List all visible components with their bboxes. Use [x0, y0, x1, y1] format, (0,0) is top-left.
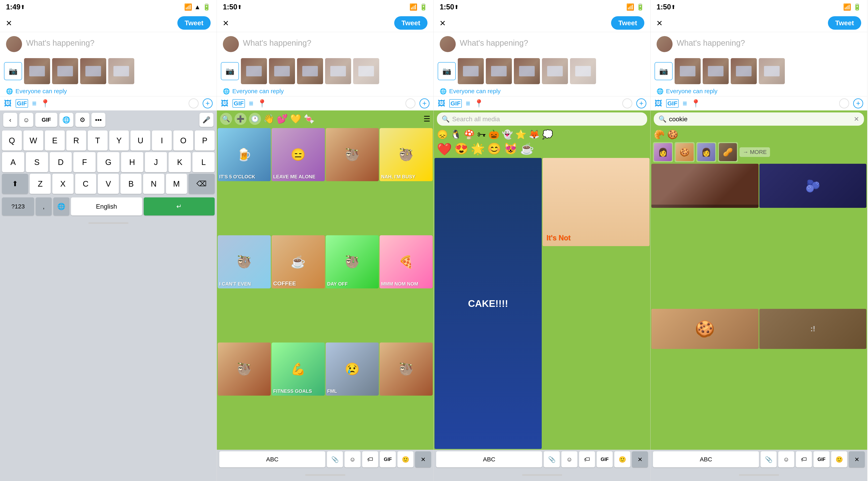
add-tweet-button-3[interactable]: + [636, 98, 646, 109]
cookie-emoji-1[interactable]: 🥐 [654, 129, 665, 140]
camera-button-1[interactable]: 📷 [4, 62, 22, 80]
gif-icon-3[interactable]: GIF [450, 99, 462, 108]
media-emoji-loveeyes[interactable]: 😻 [504, 142, 518, 156]
compose-placeholder-3[interactable]: What's happening? [460, 36, 528, 48]
emoji-kb-smiley-3[interactable]: ☺ [561, 451, 578, 468]
cookie-search-box[interactable]: 🔍 cookie ✕ [654, 113, 864, 126]
emoji-kb-sticker[interactable]: 🏷 [362, 451, 378, 468]
sticker-item-9[interactable]: 🦥 [218, 342, 271, 396]
emoji-kb-close-4[interactable]: ✕ [849, 451, 865, 468]
sticker-item-11[interactable]: 😢 FML [326, 342, 379, 396]
reply-setting-2[interactable]: 🌐 Everyone can reply [217, 86, 434, 96]
key-l[interactable]: L [192, 152, 215, 172]
tweet-button-1[interactable]: Tweet [177, 16, 211, 30]
key-c[interactable]: C [75, 174, 96, 194]
media-thumb-18[interactable] [759, 58, 785, 84]
sticker-search-icon[interactable]: 🔍 [220, 113, 232, 125]
media-emoji-bubble[interactable]: 💭 [542, 129, 553, 140]
emoji-kb-gif-btn[interactable]: GIF [380, 451, 396, 468]
media-thumb-8[interactable] [325, 58, 351, 84]
key-globe[interactable]: 🌐 [53, 198, 69, 215]
sticker-emoji-4[interactable]: 🍬 [304, 114, 315, 124]
cookie-sticker-4[interactable]: 🥜 [718, 142, 738, 162]
cookie-emoji-2[interactable]: 🍪 [667, 129, 678, 140]
media-thumb-2[interactable] [52, 58, 78, 84]
media-search-box[interactable]: 🔍 Search all media [437, 113, 647, 126]
key-r[interactable]: R [66, 130, 86, 151]
cookie-sticker-2[interactable]: 🍪 [675, 142, 695, 162]
emoji-kb-gif-btn-3[interactable]: GIF [597, 451, 613, 468]
key-v[interactable]: V [98, 174, 119, 194]
add-tweet-button-1[interactable]: + [203, 98, 213, 109]
sticker-history-icon[interactable]: 🕐 [249, 113, 261, 125]
compose-placeholder-2[interactable]: What's happening? [243, 36, 311, 48]
media-thumb-17[interactable] [731, 58, 757, 84]
key-comma[interactable]: , [36, 198, 52, 215]
key-123[interactable]: ?123 [2, 198, 34, 215]
key-shift[interactable]: ⬆ [2, 174, 28, 194]
key-q[interactable]: Q [2, 130, 22, 151]
emoji-kb-smiley-4[interactable]: ☺ [778, 451, 794, 468]
cookie-sticker-3[interactable]: 👩 [696, 142, 716, 162]
gif-icon-2[interactable]: GIF [232, 99, 245, 108]
sticker-item-3[interactable]: 🦥 [326, 128, 379, 181]
cookie-photo-2[interactable]: 🫐 [760, 164, 867, 208]
sticker-emoji-3[interactable]: 💛 [290, 114, 301, 124]
kb-emoji-key[interactable]: ☺ [19, 113, 33, 127]
camera-button-3[interactable]: 📷 [438, 62, 456, 80]
compose-placeholder-4[interactable]: What's happening? [677, 36, 745, 48]
reply-setting-3[interactable]: 🌐 Everyone can reply [434, 86, 650, 96]
key-y[interactable]: Y [109, 130, 129, 151]
sticker-item-5[interactable]: 🦥 I CAN'T EVEN [218, 235, 271, 289]
sticker-item-10[interactable]: 💪 FITNESS GOALS [272, 342, 325, 396]
poll-icon-1[interactable]: ≡ [32, 99, 36, 108]
emoji-kb-smiley[interactable]: ☺ [344, 451, 361, 468]
image-icon-4[interactable]: 🖼 [655, 99, 662, 108]
close-button-2[interactable]: × [223, 17, 229, 29]
kb-translate-key[interactable]: 🌐 [59, 113, 73, 127]
media-thumb-14[interactable] [570, 58, 596, 84]
media-thumb-7[interactable] [297, 58, 323, 84]
emoji-kb-smile-btn-4[interactable]: 🙂 [831, 451, 847, 468]
media-cell-cake[interactable]: CAKE!!!! [434, 158, 542, 449]
image-icon-1[interactable]: 🖼 [4, 99, 11, 108]
emoji-kb-attach[interactable]: 📎 [327, 451, 343, 468]
cookie-photo-3[interactable]: 🍪 [651, 309, 758, 349]
media-thumb-10[interactable] [458, 58, 484, 84]
sticker-item-12[interactable]: 🦥 [380, 342, 433, 396]
kb-gif-key[interactable]: GIF [35, 113, 57, 127]
emoji-kb-close-3[interactable]: ✕ [632, 451, 648, 468]
media-emoji-fox[interactable]: 🦊 [529, 129, 540, 140]
key-b[interactable]: B [120, 174, 142, 194]
camera-button-4[interactable]: 📷 [655, 62, 673, 80]
location-icon-2[interactable]: 📍 [257, 99, 267, 108]
sticker-add-icon[interactable]: ➕ [235, 113, 247, 125]
key-o[interactable]: O [173, 130, 193, 151]
key-x[interactable]: X [52, 174, 73, 194]
media-thumb-1[interactable] [24, 58, 50, 84]
cookie-photo-4[interactable]: :! [760, 309, 867, 349]
kb-more-key[interactable]: ••• [91, 113, 105, 127]
media-thumb-9[interactable] [353, 58, 379, 84]
close-button-4[interactable]: × [657, 17, 662, 29]
key-j[interactable]: J [145, 152, 167, 172]
kb-settings-key[interactable]: ⚙ [75, 113, 89, 127]
key-enter[interactable]: ↵ [144, 198, 215, 215]
image-icon-2[interactable]: 🖼 [221, 99, 228, 108]
sticker-menu-icon[interactable]: ☰ [424, 115, 430, 123]
key-p[interactable]: P [195, 130, 215, 151]
key-h[interactable]: H [121, 152, 143, 172]
key-space[interactable]: English [71, 198, 142, 215]
key-n[interactable]: N [143, 174, 164, 194]
emoji-kb-sticker-4[interactable]: 🏷 [796, 451, 812, 468]
sticker-item-4[interactable]: 🦥 NAH, I'M BUSY [380, 128, 433, 181]
emoji-kb-abc-4[interactable]: ABC [653, 451, 759, 468]
reply-setting-1[interactable]: 🌐 Everyone can reply [0, 86, 217, 96]
emoji-kb-gif-btn-4[interactable]: GIF [813, 451, 830, 468]
key-s[interactable]: S [26, 152, 48, 172]
media-cell-child[interactable]: It's Not [542, 158, 650, 246]
key-m[interactable]: M [166, 174, 187, 194]
emoji-kb-smile-btn[interactable]: 🙂 [397, 451, 413, 468]
tweet-button-4[interactable]: Tweet [828, 16, 861, 30]
media-emoji-coffee-mug[interactable]: ☕ [520, 142, 534, 156]
